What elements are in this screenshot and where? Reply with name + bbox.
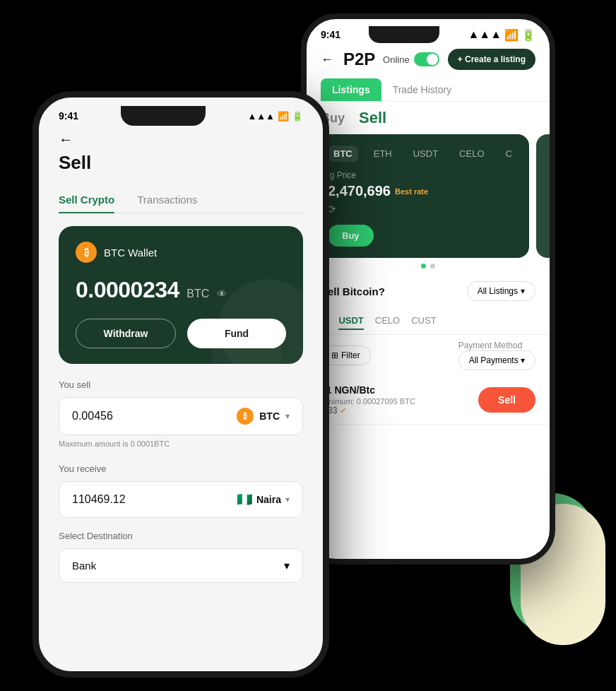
sell-button-list[interactable]: Sell bbox=[478, 387, 535, 413]
wallet-name: BTC Wallet bbox=[104, 247, 157, 259]
balance-amount: 0.0000234 bbox=[76, 277, 179, 302]
fund-button[interactable]: Fund bbox=[187, 319, 286, 348]
front-back-arrow[interactable]: ← bbox=[59, 131, 303, 148]
p2p-actions: Online + Create a listing bbox=[383, 49, 535, 70]
buy-button-card[interactable]: Buy bbox=[328, 225, 374, 247]
dot-2 bbox=[430, 264, 435, 268]
tab-listings[interactable]: Listings bbox=[321, 78, 381, 101]
back-time: 9:41 bbox=[321, 29, 340, 40]
filters-row: ⊞ Filter Payment Method All Payments ▾ bbox=[307, 335, 550, 376]
crypto-tab-btc[interactable]: BTC bbox=[328, 146, 358, 162]
price-value: 2,470,696 bbox=[328, 183, 391, 199]
btc-currency-selector[interactable]: ₿ BTC ▾ bbox=[237, 408, 290, 425]
front-status-bar: 9:41 ▲▲▲ 📶 🔋 bbox=[39, 98, 323, 126]
crypto-tab-eth[interactable]: ETH bbox=[368, 146, 398, 162]
listing-meta: Minimum: 0.00027095 BTC bbox=[321, 397, 415, 406]
back-status-icons: ▲▲▲ 📶 🔋 bbox=[468, 28, 535, 42]
p2p-header: ← P2P Online + Create a listing bbox=[307, 43, 550, 78]
listing-price-row: 31 NGN/Btc bbox=[321, 384, 415, 396]
listing-details: 31 NGN/Btc Minimum: 0.00027095 BTC m33 ✓ bbox=[321, 384, 415, 415]
btc-small-icon: ₿ bbox=[237, 408, 254, 425]
front-time: 9:41 bbox=[59, 110, 78, 122]
dot-1 bbox=[421, 264, 426, 268]
tab-transactions[interactable]: Transactions bbox=[137, 187, 197, 213]
you-receive-section: You receive 110469.12 🇳🇬 Naira ▾ bbox=[59, 463, 303, 518]
filter-celo[interactable]: CELO bbox=[375, 312, 400, 330]
create-listing-button[interactable]: + Create a listing bbox=[448, 49, 535, 70]
destination-label: Select Destination bbox=[59, 531, 303, 541]
wifi-icon: 📶 bbox=[278, 111, 289, 122]
online-toggle[interactable]: Online bbox=[383, 52, 439, 66]
naira-label: Naira bbox=[256, 494, 281, 505]
tab-sell-crypto[interactable]: Sell Crypto bbox=[59, 187, 114, 213]
eye-icon[interactable]: 👁 bbox=[217, 288, 227, 300]
signal-bars-icon: ▲▲▲ bbox=[247, 111, 275, 122]
p2p-back-arrow[interactable]: ← bbox=[321, 52, 333, 67]
receive-amount: 110469.12 bbox=[72, 493, 126, 506]
listing-row: 31 NGN/Btc Minimum: 0.00027095 BTC m33 ✓… bbox=[321, 384, 535, 415]
crypto-card-btc: BTC ETH USDT CELO C ig Price 2,470,696 B… bbox=[316, 134, 529, 258]
all-listings-label: All Listings bbox=[478, 286, 518, 296]
receive-input-row[interactable]: 110469.12 🇳🇬 Naira ▾ bbox=[59, 481, 303, 518]
back-battery: 🔋 bbox=[521, 28, 535, 42]
phone-front: 9:41 ▲▲▲ 📶 🔋 ← Sell Sell Crypto Transact… bbox=[32, 91, 329, 678]
all-payments-label: All Payments bbox=[469, 355, 519, 365]
chevron-down-icon-receive: ▾ bbox=[285, 495, 290, 504]
back-notch bbox=[369, 26, 439, 43]
crypto-tab-usdt[interactable]: USDT bbox=[408, 146, 444, 162]
p2p-tabs: Listings Trade History bbox=[307, 78, 550, 102]
wallet-actions: Withdraw Fund bbox=[76, 319, 286, 348]
filter-cust[interactable]: CUST bbox=[411, 312, 436, 330]
listing-item: 31 NGN/Btc Minimum: 0.00027095 BTC m33 ✓… bbox=[307, 376, 550, 425]
refresh-row: ⟳ bbox=[328, 203, 518, 215]
crypto-cards-wrapper: BTC ETH USDT CELO C ig Price 2,470,696 B… bbox=[307, 134, 550, 258]
crypto-tab-c[interactable]: C bbox=[500, 146, 518, 162]
phone-back-content: 9:41 ▲▲▲ 📶 🔋 ← P2P Online bbox=[307, 19, 550, 559]
you-receive-label: You receive bbox=[59, 463, 303, 474]
crypto-tabs-row: BTC ETH USDT CELO C bbox=[328, 146, 518, 162]
chevron-down-icon: ▾ bbox=[521, 286, 525, 296]
front-tabs: Sell Crypto Transactions bbox=[59, 187, 303, 213]
toggle-switch[interactable] bbox=[414, 52, 439, 66]
you-sell-label: You sell bbox=[59, 379, 303, 390]
front-notch bbox=[121, 106, 206, 126]
crypto-tab-celo[interactable]: CELO bbox=[454, 146, 490, 162]
back-signal: ▲▲▲ bbox=[468, 28, 502, 41]
naira-selector[interactable]: 🇳🇬 Naira ▾ bbox=[237, 492, 290, 507]
page-title: Sell bbox=[59, 152, 303, 174]
chevron-down-icon-dest: ▾ bbox=[284, 559, 290, 572]
battery-icon: 🔋 bbox=[292, 111, 303, 122]
payment-method-label: Payment Method bbox=[458, 341, 535, 350]
all-payments-button[interactable]: All Payments ▾ bbox=[458, 350, 535, 370]
phones-wrapper: 9:41 ▲▲▲ 📶 🔋 ← P2P Online bbox=[18, 6, 598, 685]
best-rate: Best rate bbox=[395, 187, 428, 196]
chevron-down-icon-sell: ▾ bbox=[285, 411, 290, 421]
price-row: 2,470,696 Best rate bbox=[328, 183, 518, 199]
destination-value: Bank bbox=[72, 560, 96, 572]
crypto-card-no: NO bbox=[536, 134, 550, 258]
user-badge: m33 ✓ bbox=[321, 406, 415, 415]
destination-select[interactable]: Bank ▾ bbox=[59, 548, 303, 583]
all-listings-button[interactable]: All Listings ▾ bbox=[467, 281, 535, 301]
filter-label: Filter bbox=[341, 350, 360, 360]
wallet-balance: 0.0000234 BTC 👁 bbox=[76, 277, 286, 303]
sell-label[interactable]: Sell bbox=[359, 109, 386, 127]
dots-indicator bbox=[307, 264, 550, 268]
phone-back: 9:41 ▲▲▲ 📶 🔋 ← P2P Online bbox=[301, 13, 555, 565]
withdraw-button[interactable]: Withdraw bbox=[76, 319, 176, 348]
sell-input-row[interactable]: 0.00456 ₿ BTC ▾ bbox=[59, 397, 303, 435]
bitcoin-q-text: Sell Bitcoin? bbox=[321, 285, 385, 297]
btc-label: BTC bbox=[259, 411, 280, 422]
tab-trade-history[interactable]: Trade History bbox=[381, 78, 463, 101]
price-label: ig Price bbox=[328, 170, 518, 180]
phone-front-content: ← Sell Sell Crypto Transactions ₿ BTC Wa… bbox=[39, 131, 323, 583]
chevron-down-icon-payments: ▾ bbox=[521, 355, 525, 365]
back-wifi: 📶 bbox=[504, 28, 519, 42]
filter-usdt[interactable]: USDT bbox=[338, 312, 363, 330]
you-sell-section: You sell 0.00456 ₿ BTC ▾ Maximum amount … bbox=[59, 379, 303, 448]
verified-icon: ✓ bbox=[340, 406, 347, 415]
balance-currency: BTC bbox=[186, 288, 209, 300]
bitcoin-question: Sell Bitcoin? All Listings ▾ bbox=[307, 274, 550, 308]
front-status-icons: ▲▲▲ 📶 🔋 bbox=[247, 111, 303, 122]
nigeria-flag-icon: 🇳🇬 bbox=[237, 492, 252, 507]
